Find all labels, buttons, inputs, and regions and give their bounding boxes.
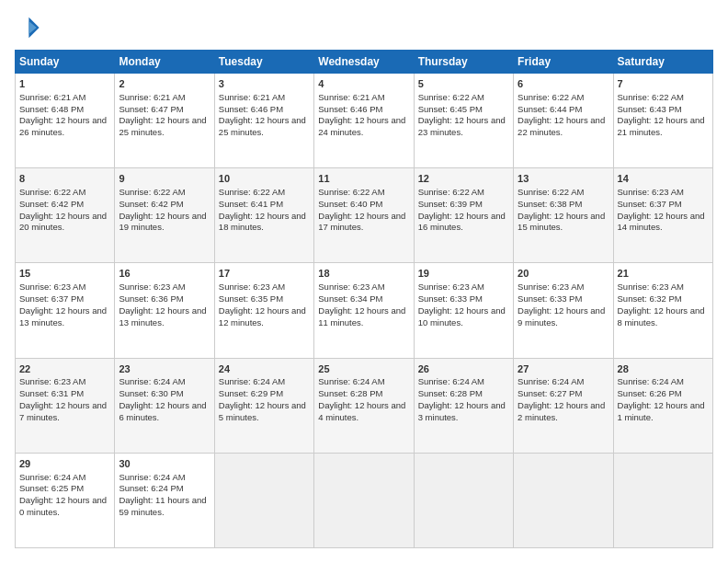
calendar-day-cell: 4Sunrise: 6:21 AMSunset: 6:46 PMDaylight… [314, 74, 414, 168]
day-number: 6 [518, 77, 609, 91]
day-number: 11 [318, 172, 409, 186]
calendar-week-row: 1Sunrise: 6:21 AMSunset: 6:48 PMDaylight… [16, 74, 713, 168]
calendar-day-cell: 26Sunrise: 6:24 AMSunset: 6:28 PMDayligh… [414, 358, 513, 453]
calendar-day-cell: 19Sunrise: 6:23 AMSunset: 6:33 PMDayligh… [414, 263, 513, 358]
calendar-day-cell: 27Sunrise: 6:24 AMSunset: 6:27 PMDayligh… [514, 358, 613, 453]
day-number: 12 [418, 172, 509, 186]
calendar-day-cell: 14Sunrise: 6:23 AMSunset: 6:37 PMDayligh… [613, 168, 712, 263]
page: SundayMondayTuesdayWednesdayThursdayFrid… [0, 0, 728, 563]
calendar-day-cell: 28Sunrise: 6:24 AMSunset: 6:26 PMDayligh… [613, 358, 712, 453]
calendar-day-cell [414, 453, 513, 547]
day-number: 26 [418, 362, 509, 376]
calendar-day-cell: 7Sunrise: 6:22 AMSunset: 6:43 PMDaylight… [613, 74, 712, 168]
calendar-day-cell: 3Sunrise: 6:21 AMSunset: 6:46 PMDaylight… [214, 74, 313, 168]
calendar-body: 1Sunrise: 6:21 AMSunset: 6:48 PMDaylight… [16, 74, 713, 548]
day-number: 7 [618, 77, 709, 91]
day-number: 24 [219, 362, 310, 376]
day-number: 20 [518, 267, 609, 281]
calendar-day-cell: 18Sunrise: 6:23 AMSunset: 6:34 PMDayligh… [314, 263, 414, 358]
day-number: 17 [219, 267, 310, 281]
calendar-day-cell: 10Sunrise: 6:22 AMSunset: 6:41 PMDayligh… [214, 168, 313, 263]
day-number: 14 [618, 172, 709, 186]
calendar-header-cell: Monday [115, 51, 214, 74]
calendar-header-cell: Tuesday [214, 51, 313, 74]
calendar-day-cell [613, 453, 712, 547]
calendar-header-cell: Saturday [613, 51, 712, 74]
calendar-table: SundayMondayTuesdayWednesdayThursdayFrid… [15, 50, 713, 548]
calendar-day-cell: 6Sunrise: 6:22 AMSunset: 6:44 PMDaylight… [514, 74, 613, 168]
calendar-day-cell: 11Sunrise: 6:22 AMSunset: 6:40 PMDayligh… [314, 168, 414, 263]
calendar-day-cell: 15Sunrise: 6:23 AMSunset: 6:37 PMDayligh… [16, 263, 115, 358]
calendar-day-cell [314, 453, 414, 547]
calendar-day-cell: 1Sunrise: 6:21 AMSunset: 6:48 PMDaylight… [16, 74, 115, 168]
calendar-week-row: 29Sunrise: 6:24 AMSunset: 6:25 PMDayligh… [16, 453, 713, 547]
day-number: 19 [418, 267, 509, 281]
day-number: 30 [119, 457, 210, 471]
day-number: 29 [19, 457, 110, 471]
calendar-day-cell: 25Sunrise: 6:24 AMSunset: 6:28 PMDayligh… [314, 358, 414, 453]
calendar-day-cell: 21Sunrise: 6:23 AMSunset: 6:32 PMDayligh… [613, 263, 712, 358]
day-number: 22 [19, 362, 110, 376]
calendar-day-cell: 2Sunrise: 6:21 AMSunset: 6:47 PMDaylight… [115, 74, 214, 168]
calendar-day-cell [214, 453, 313, 547]
day-number: 18 [318, 267, 409, 281]
calendar-header-cell: Sunday [16, 51, 115, 74]
calendar-day-cell: 20Sunrise: 6:23 AMSunset: 6:33 PMDayligh… [514, 263, 613, 358]
day-number: 8 [19, 172, 110, 186]
calendar-day-cell: 9Sunrise: 6:22 AMSunset: 6:42 PMDaylight… [115, 168, 214, 263]
calendar-day-cell: 30Sunrise: 6:24 AMSunset: 6:24 PMDayligh… [115, 453, 214, 547]
day-number: 13 [518, 172, 609, 186]
calendar-day-cell: 12Sunrise: 6:22 AMSunset: 6:39 PMDayligh… [414, 168, 513, 263]
day-number: 15 [19, 267, 110, 281]
day-number: 4 [318, 77, 409, 91]
calendar-day-cell: 5Sunrise: 6:22 AMSunset: 6:45 PMDaylight… [414, 74, 513, 168]
calendar-day-cell: 29Sunrise: 6:24 AMSunset: 6:25 PMDayligh… [16, 453, 115, 547]
calendar-day-cell [514, 453, 613, 547]
calendar-header-cell: Wednesday [314, 51, 414, 74]
calendar-week-row: 8Sunrise: 6:22 AMSunset: 6:42 PMDaylight… [16, 168, 713, 263]
logo [15, 15, 44, 40]
day-number: 3 [219, 77, 310, 91]
logo-icon [15, 15, 40, 40]
calendar-day-cell: 23Sunrise: 6:24 AMSunset: 6:30 PMDayligh… [115, 358, 214, 453]
calendar-day-cell: 17Sunrise: 6:23 AMSunset: 6:35 PMDayligh… [214, 263, 313, 358]
calendar-day-cell: 8Sunrise: 6:22 AMSunset: 6:42 PMDaylight… [16, 168, 115, 263]
day-number: 28 [618, 362, 709, 376]
day-number: 27 [518, 362, 609, 376]
calendar-day-cell: 24Sunrise: 6:24 AMSunset: 6:29 PMDayligh… [214, 358, 313, 453]
day-number: 2 [119, 77, 210, 91]
day-number: 1 [19, 77, 110, 91]
day-number: 5 [418, 77, 509, 91]
day-number: 23 [119, 362, 210, 376]
day-number: 10 [219, 172, 310, 186]
day-number: 25 [318, 362, 409, 376]
day-number: 21 [618, 267, 709, 281]
calendar-week-row: 22Sunrise: 6:23 AMSunset: 6:31 PMDayligh… [16, 358, 713, 453]
day-number: 9 [119, 172, 210, 186]
calendar-header-cell: Friday [514, 51, 613, 74]
header [15, 15, 713, 40]
calendar-day-cell: 22Sunrise: 6:23 AMSunset: 6:31 PMDayligh… [16, 358, 115, 453]
day-number: 16 [119, 267, 210, 281]
calendar-week-row: 15Sunrise: 6:23 AMSunset: 6:37 PMDayligh… [16, 263, 713, 358]
calendar-day-cell: 13Sunrise: 6:22 AMSunset: 6:38 PMDayligh… [514, 168, 613, 263]
calendar-day-cell: 16Sunrise: 6:23 AMSunset: 6:36 PMDayligh… [115, 263, 214, 358]
calendar-header-cell: Thursday [414, 51, 513, 74]
calendar-header-row: SundayMondayTuesdayWednesdayThursdayFrid… [16, 51, 713, 74]
